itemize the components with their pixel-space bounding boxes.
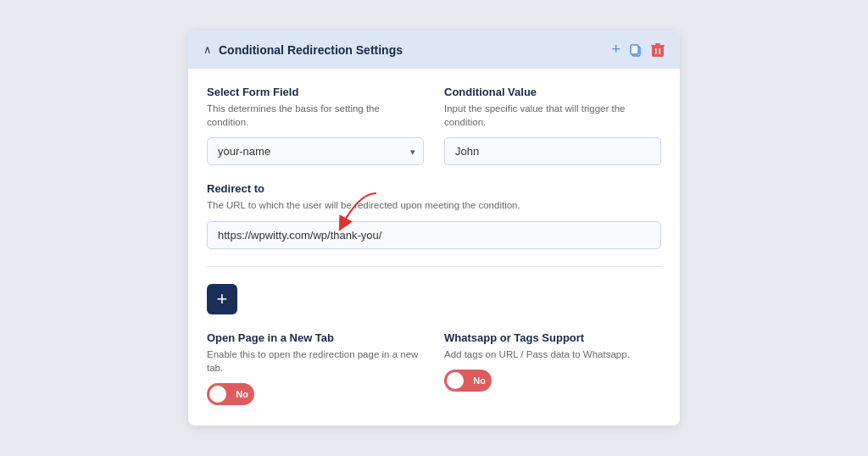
redirect-url-input[interactable] [207,221,661,249]
svg-rect-3 [655,48,657,54]
select-form-field-input[interactable]: your-name your-email your-message [207,137,424,165]
open-new-tab-label: Open Page in a New Tab [207,331,424,344]
open-new-tab-group: Open Page in a New Tab Enable this to op… [207,331,424,405]
header-actions: + [611,41,665,58]
toggle-text-whatsapp: No [473,375,486,386]
open-new-tab-toggle[interactable]: No [207,383,424,405]
conditional-value-input[interactable] [444,137,661,165]
toggle-text-new-tab: No [236,389,248,399]
open-new-tab-desc: Enable this to open the redirection page… [207,348,424,375]
select-form-field-label: Select Form Field [207,86,424,98]
card-body: Select Form Field This determines the ba… [188,69,680,425]
toggle-track-new-tab: No [207,383,254,405]
conditional-value-group: Conditional Value Input the specific val… [444,86,661,165]
redirect-to-desc: The URL to which the user will be redire… [207,198,661,212]
main-card: ∧ Conditional Redirection Settings + [188,31,680,425]
conditional-value-label: Conditional Value [444,86,661,98]
copy-icon [629,43,643,57]
toggle-thumb-whatsapp [447,372,464,389]
select-form-field-wrapper: your-name your-email your-message ▾ [207,137,424,165]
delete-button[interactable] [651,42,665,58]
card-header: ∧ Conditional Redirection Settings + [188,31,680,69]
svg-rect-2 [652,46,664,57]
redirect-to-label: Redirect to [207,182,661,195]
trash-icon [651,42,665,58]
bottom-options-row: Open Page in a New Tab Enable this to op… [207,331,661,405]
conditional-value-desc: Input the specific value that will trigg… [444,102,661,129]
whatsapp-support-desc: Add tags on URL / Pass data to Whatsapp. [444,348,661,361]
svg-rect-5 [651,45,665,47]
toggle-track-whatsapp: No [444,370,492,392]
chevron-up-icon: ∧ [203,43,212,56]
header-left: ∧ Conditional Redirection Settings [203,43,403,57]
svg-rect-6 [655,43,660,45]
redirect-to-section: Redirect to The URL to which the user wi… [207,182,661,248]
whatsapp-support-label: Whatsapp or Tags Support [444,331,661,344]
svg-rect-1 [631,45,638,54]
copy-button[interactable] [629,43,643,57]
card-header-title: Conditional Redirection Settings [219,43,403,57]
whatsapp-support-group: Whatsapp or Tags Support Add tags on URL… [444,331,661,405]
svg-rect-4 [659,48,661,54]
add-condition-button[interactable]: + [611,41,620,58]
url-input-wrapper [207,221,661,249]
whatsapp-support-toggle[interactable]: No [444,370,661,392]
top-fields-row: Select Form Field This determines the ba… [207,86,661,165]
select-form-field-desc: This determines the basis for setting th… [207,102,424,129]
add-row-button[interactable]: + [207,284,237,314]
select-form-field-group: Select Form Field This determines the ba… [207,86,424,165]
toggle-thumb-new-tab [209,386,226,403]
section-divider [207,266,661,267]
